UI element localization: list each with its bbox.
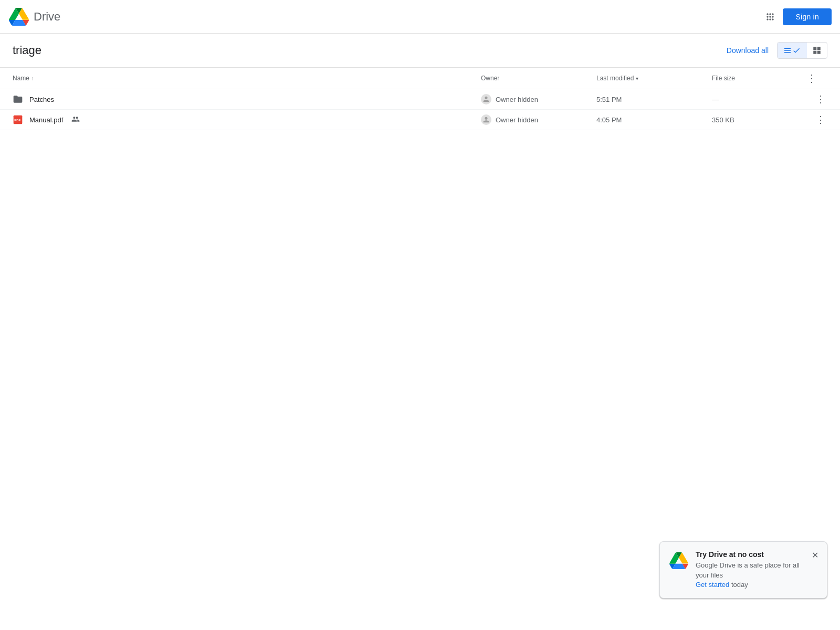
more-options-header-icon: ⋮ (806, 72, 817, 85)
owner-label: Owner hidden (496, 116, 538, 124)
owner-cell: Owner hidden (481, 114, 596, 125)
last-modified-cell: 4:05 PM (596, 116, 712, 124)
sort-down-arrow-icon: ▾ (636, 76, 638, 81)
col-last-modified-header[interactable]: Last modified ▾ (596, 72, 712, 85)
apps-grid-icon[interactable] (764, 10, 776, 23)
file-name-label: Patches (29, 96, 54, 103)
folder-toolbar: triage Download all (0, 34, 840, 67)
owner-avatar (481, 94, 491, 104)
owner-label: Owner hidden (496, 96, 538, 103)
sign-in-button[interactable]: Sign in (783, 8, 832, 25)
sort-arrow-icon: ↑ (32, 76, 34, 81)
owner-cell: Owner hidden (481, 94, 596, 104)
svg-text:PDF: PDF (14, 119, 20, 122)
file-size-cell: — (712, 96, 806, 103)
col-name-header[interactable]: Name ↑ (13, 72, 481, 85)
more-options-cell: ⋮ (806, 91, 827, 107)
file-name-cell: PDF Manual.pdf (13, 114, 481, 125)
grid-view-button[interactable] (807, 43, 827, 58)
list-view-button[interactable] (778, 43, 807, 58)
file-name-cell: Patches (13, 94, 481, 104)
folder-icon (13, 94, 23, 104)
more-options-cell: ⋮ (806, 112, 827, 128)
header-right: Sign in (764, 8, 832, 25)
download-all-button[interactable]: Download all (727, 42, 769, 59)
drive-logo-link[interactable]: Drive (8, 8, 60, 26)
more-options-button[interactable]: ⋮ (814, 91, 827, 107)
list-view-icon (783, 46, 792, 55)
shared-icon (71, 115, 80, 125)
checkmark-icon (792, 46, 801, 55)
grid-view-icon (812, 46, 822, 55)
app-header: Drive Sign in (0, 0, 840, 34)
more-options-button[interactable]: ⋮ (814, 112, 827, 128)
table-row[interactable]: Patches Owner hidden 5:51 PM — ⋮ (0, 89, 840, 110)
col-file-size-header[interactable]: File size (712, 72, 806, 85)
col-owner-header[interactable]: Owner (481, 72, 596, 85)
view-toggle-group (777, 42, 827, 59)
file-size-cell: 350 KB (712, 116, 806, 124)
folder-title: triage (13, 44, 41, 57)
col-actions-header: ⋮ (806, 72, 827, 85)
table-row[interactable]: PDF Manual.pdf Owner hidden 4:05 PM 350 … (0, 110, 840, 130)
owner-avatar (481, 114, 491, 125)
table-header: Name ↑ Owner Last modified ▾ File size ⋮ (0, 67, 840, 89)
header-left: Drive (8, 8, 60, 26)
app-name-label: Drive (34, 10, 60, 24)
toolbar-right: Download all (727, 42, 827, 59)
file-name-label: Manual.pdf (29, 116, 63, 124)
last-modified-cell: 5:51 PM (596, 96, 712, 103)
drive-logo-icon (8, 8, 29, 26)
pdf-icon: PDF (13, 114, 23, 125)
